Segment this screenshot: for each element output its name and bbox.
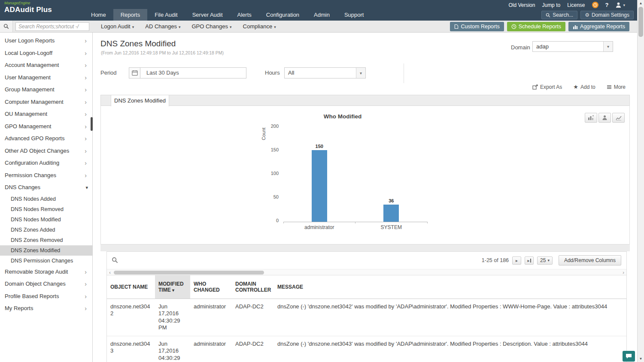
menu-gpo-changes[interactable]: GPO Changes▾ [186, 21, 237, 32]
schedule-reports-button[interactable]: Schedule Reports [507, 22, 565, 31]
chevron-down-icon: ▾ [179, 25, 181, 29]
menu-ad-changes[interactable]: AD Changes▾ [140, 21, 186, 32]
table-search-button[interactable] [112, 257, 118, 265]
nav-item-configuration[interactable]: Configuration [259, 9, 307, 21]
next-page-button[interactable]: ▸ [512, 256, 521, 265]
license-link[interactable]: License [567, 2, 585, 8]
sidebar-collapse-handle[interactable] [91, 117, 93, 131]
nav-item-home[interactable]: Home [84, 9, 113, 21]
sort-descending-icon: ▾ [172, 288, 174, 293]
bar-value-label: 150 [316, 144, 323, 149]
y-tick: 50 [264, 194, 279, 199]
domain-settings-button[interactable]: ⚙ Domain Settings [580, 11, 634, 19]
product-name: ADAudit Plus [4, 6, 52, 14]
sidebar-search-button[interactable] [0, 21, 13, 32]
user-icon [615, 2, 622, 8]
sidebar-item-user-logon-reports[interactable]: User Logon Reports› [0, 35, 92, 47]
sidebar-item-dns-zones-removed[interactable]: DNS Zones Removed [0, 235, 92, 245]
page-size-select[interactable]: 25 ▾ [537, 256, 553, 265]
sidebar-item-permission-changes[interactable]: Permission Changes› [0, 169, 92, 182]
domain-select[interactable]: adap ▾ [532, 41, 613, 52]
sidebar-item-account-management[interactable]: Account Management› [0, 59, 92, 72]
vertical-scroll-thumb[interactable] [638, 7, 643, 37]
add-to-button[interactable]: ★ Add to [573, 84, 595, 90]
nav-item-admin[interactable]: Admin [307, 9, 337, 21]
report-menus: Logon Audit▾ AD Changes▾ GPO Changes▾ Co… [95, 21, 282, 32]
column-header-modified-time[interactable]: MODIFIED TIME ▾ [155, 275, 190, 299]
custom-reports-button[interactable]: Custom Reports [450, 22, 504, 31]
sidebar-item-removable-storage-audit[interactable]: Removable Storage Audit› [0, 266, 92, 278]
export-as-button[interactable]: Export As [532, 84, 562, 90]
tab-dns-zones-modified[interactable]: DNS Zones Modified [111, 95, 169, 106]
chevron-right-icon: › [85, 59, 87, 72]
nav-item-reports[interactable]: Reports [113, 9, 148, 21]
menu-logon-audit[interactable]: Logon Audit▾ [95, 21, 140, 32]
nav-item-alerts[interactable]: Alerts [230, 9, 259, 21]
scroll-right-arrow[interactable]: › [620, 269, 626, 275]
nav-item-support[interactable]: Support [337, 9, 371, 21]
app-logo[interactable]: ManageEngine ADAudit Plus [4, 1, 52, 14]
sidebar-item-ou-management[interactable]: OU Management› [0, 108, 92, 121]
sidebar-item-local-logon-logoff[interactable]: Local Logon-Logoff› [0, 47, 92, 60]
line-chart-view-button[interactable] [612, 113, 625, 123]
sidebar-item-other-ad-object-changes[interactable]: Other AD Object Changes› [0, 145, 92, 157]
sidebar-item-domain-object-changes[interactable]: Domain Object Changes› [0, 278, 92, 290]
sidebar-item-group-management[interactable]: Group Management› [0, 84, 92, 96]
next-page-icon: ▸ [516, 258, 518, 263]
scroll-left-arrow[interactable]: ‹ [107, 269, 113, 275]
chevron-down-icon: ▾ [356, 68, 365, 78]
search-button[interactable]: Search... [541, 11, 577, 19]
nav-item-file-audit[interactable]: File Audit [147, 9, 185, 21]
sidebar-item-dns-zones-added[interactable]: DNS Zones Added [0, 225, 92, 235]
sidebar-item-advanced-gpo-reports[interactable]: Advanced GPO Reports› [0, 133, 92, 145]
user-menu[interactable]: ▾ [615, 2, 625, 8]
column-header-object-name[interactable]: OBJECT NAME [107, 275, 155, 299]
jump-to-link[interactable]: Jump to [542, 2, 560, 8]
page-vertical-scrollbar: ▲ ▼ [637, 0, 644, 362]
more-button[interactable]: More [607, 84, 626, 90]
table-row[interactable]: dnszone.net3043 Jun 17,2016 04:30:29 adm… [107, 336, 626, 362]
report-tab-strip [100, 95, 630, 106]
sidebar-item-dns-permission-changes[interactable]: DNS Permission Changes [0, 256, 92, 266]
menu-compliance[interactable]: Compliance▾ [237, 21, 282, 32]
sidebar-item-dns-changes[interactable]: DNS Changes▾ [0, 181, 92, 194]
feedback-chat-button[interactable] [623, 351, 635, 362]
table-row[interactable]: dnszone.net3042 Jun 17,2016 04:30:29 PM … [107, 299, 626, 336]
sidebar-item-dns-nodes-added[interactable]: DNS Nodes Added [0, 194, 92, 204]
sidebar-item-configuration-auditing[interactable]: Configuration Auditing› [0, 157, 92, 169]
scroll-down-arrow[interactable]: ▼ [638, 356, 644, 362]
bar-chart-view-button[interactable] [585, 113, 597, 123]
sidebar-item-profile-based-reports[interactable]: Profile Based Reports› [0, 290, 92, 303]
sidebar-item-user-management[interactable]: User Management› [0, 72, 92, 84]
help-icon[interactable]: ? [605, 2, 609, 8]
column-header-message[interactable]: MESSAGE [274, 275, 626, 299]
add-remove-columns-button[interactable]: Add/Remove Columns [559, 255, 621, 265]
calendar-button[interactable] [129, 67, 140, 78]
bar-administrator[interactable] [312, 150, 327, 222]
column-header-who-changed[interactable]: WHO CHANGED [190, 275, 232, 299]
user-icon [602, 115, 608, 121]
sidebar-item-my-reports[interactable]: My Reports› [0, 302, 92, 315]
last-page-button[interactable]: ▸ [525, 256, 534, 265]
nav-item-server-audit[interactable]: Server Audit [185, 9, 230, 21]
bar-system[interactable] [383, 205, 399, 222]
sidebar-item-dns-nodes-modified[interactable]: DNS Nodes Modified [0, 214, 92, 225]
period-input[interactable]: Last 30 Days [140, 67, 246, 78]
chevron-right-icon: › [85, 133, 87, 145]
hours-select[interactable]: All ▾ [284, 67, 366, 78]
report-icon [454, 24, 459, 29]
alarm-icon[interactable] [592, 2, 598, 8]
scroll-up-arrow[interactable]: ▲ [638, 0, 644, 6]
old-version-link[interactable]: Old Version [508, 2, 535, 8]
chevron-right-icon: › [85, 278, 87, 290]
aggregate-reports-button[interactable]: Aggregate Reports [568, 22, 629, 31]
sidebar-item-gpo-management[interactable]: GPO Management› [0, 121, 92, 133]
sidebar-item-dns-nodes-removed[interactable]: DNS Nodes Removed [0, 204, 92, 214]
horizontal-scroll-thumb[interactable] [114, 271, 264, 275]
cell-modified-time: Jun 17,2016 04:30:29 PM [155, 299, 190, 336]
column-header-domain-controller[interactable]: DOMAIN CONTROLLER [232, 275, 274, 299]
report-search-input[interactable] [15, 22, 89, 31]
sidebar-item-computer-management[interactable]: Computer Management› [0, 96, 92, 109]
sidebar-item-dns-zones-modified[interactable]: DNS Zones Modified [0, 245, 92, 256]
user-summary-view-button[interactable] [598, 113, 611, 123]
